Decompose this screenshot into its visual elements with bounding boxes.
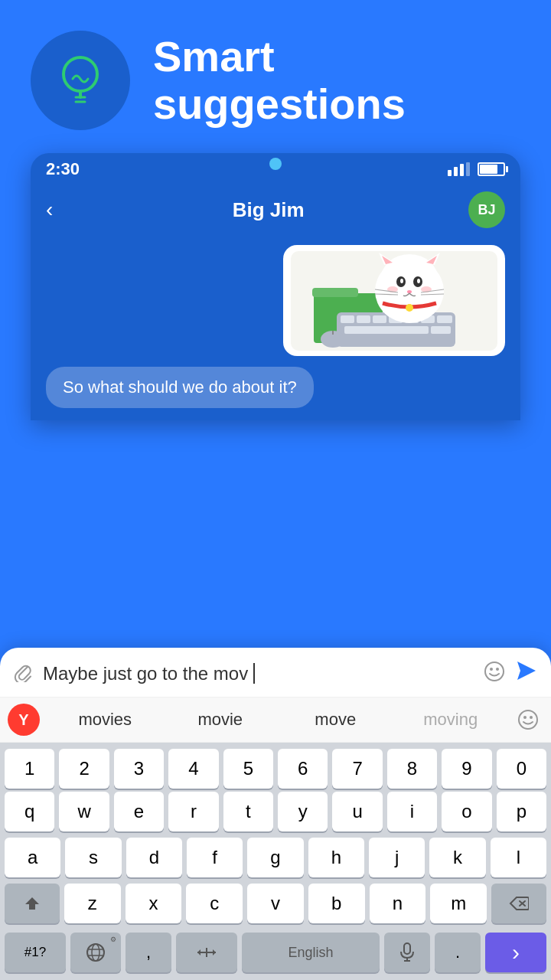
emoji-icon[interactable] [484, 661, 505, 688]
key-rows: q w e r t y u i o p a s d f g h j k l [0, 792, 551, 928]
status-right [448, 162, 505, 176]
key-h[interactable]: h [308, 838, 364, 877]
svg-rect-10 [373, 315, 386, 323]
svg-point-41 [523, 716, 527, 719]
back-button[interactable]: ‹ [46, 198, 53, 222]
key-1[interactable]: 1 [5, 749, 54, 789]
chat-contact-name: Big Jim [68, 198, 468, 222]
suggestions-row: Y movies movie move moving [0, 697, 551, 743]
chat-content: So what should we do about it? [31, 237, 520, 420]
suggestion-movies[interactable]: movies [47, 707, 163, 733]
svg-marker-39 [517, 662, 536, 680]
key-0[interactable]: 0 [497, 749, 546, 789]
key-z[interactable]: z [64, 884, 121, 923]
header-section: Smartsuggestions [0, 0, 551, 145]
key-6[interactable]: 6 [278, 749, 328, 789]
key-r[interactable]: r [168, 792, 218, 831]
status-dot [269, 158, 282, 170]
key-x[interactable]: x [126, 884, 182, 923]
svg-marker-50 [197, 949, 201, 956]
key-c[interactable]: c [186, 884, 243, 923]
key-e[interactable]: e [114, 792, 164, 831]
key-j[interactable]: j [369, 838, 425, 877]
svg-point-26 [400, 279, 403, 283]
suggestion-emoji-icon[interactable] [513, 704, 543, 735]
comma-key[interactable]: , [126, 933, 171, 972]
suggestion-moving[interactable]: moving [393, 707, 509, 733]
text-input[interactable]: Maybe just go to the mov [43, 663, 474, 684]
period-key[interactable]: . [435, 933, 481, 972]
svg-point-35 [406, 304, 413, 312]
move-key[interactable] [176, 933, 237, 972]
key-2[interactable]: 2 [59, 749, 109, 789]
globe-key[interactable]: ⚙ [70, 933, 121, 972]
input-row: Maybe just go to the mov [0, 648, 551, 697]
svg-rect-14 [437, 315, 452, 323]
header-title: Smartsuggestions [153, 33, 406, 127]
key-i[interactable]: i [387, 792, 437, 831]
svg-point-45 [87, 944, 104, 961]
svg-marker-51 [213, 949, 216, 956]
key-v[interactable]: v [247, 884, 304, 923]
shift-key[interactable] [5, 884, 60, 923]
globe-icon [86, 942, 106, 962]
key-w[interactable]: w [59, 792, 109, 831]
key-d[interactable]: d [126, 838, 182, 877]
suggestion-move[interactable]: move [278, 707, 393, 733]
status-bar: 2:30 [31, 153, 520, 185]
send-button[interactable] [514, 658, 539, 689]
key-row-3: z x c v b n m [5, 884, 546, 923]
status-time: 2:30 [46, 159, 80, 179]
svg-rect-53 [404, 943, 410, 954]
move-icon [196, 945, 217, 960]
backspace-key[interactable] [491, 884, 546, 923]
svg-point-30 [407, 290, 412, 293]
key-5[interactable]: 5 [223, 749, 273, 789]
key-y[interactable]: y [278, 792, 328, 831]
key-7[interactable]: 7 [332, 749, 382, 789]
key-p[interactable]: p [497, 792, 546, 831]
key-row-2: a s d f g h j k l [5, 838, 546, 877]
svg-rect-6 [312, 288, 358, 297]
bulb-icon-container [31, 31, 130, 130]
key-9[interactable]: 9 [442, 749, 491, 789]
key-s[interactable]: s [65, 838, 121, 877]
phone-mockup: 2:30 ‹ Big Jim BJ [31, 153, 520, 420]
svg-point-27 [417, 279, 420, 283]
num-sym-key[interactable]: #1? [5, 933, 66, 972]
key-t[interactable]: t [223, 792, 273, 831]
svg-rect-15 [344, 326, 429, 334]
svg-point-38 [496, 668, 499, 671]
svg-rect-9 [357, 315, 370, 323]
attach-icon[interactable] [12, 661, 34, 688]
svg-point-40 [519, 710, 537, 729]
next-key[interactable]: › [485, 933, 546, 972]
yandex-logo: Y [8, 704, 40, 736]
key-g[interactable]: g [247, 838, 303, 877]
key-n[interactable]: n [370, 884, 426, 923]
incoming-message: So what should we do about it? [46, 367, 314, 408]
spacebar[interactable]: English [242, 933, 380, 972]
svg-rect-16 [431, 326, 451, 334]
bulb-icon [50, 50, 111, 111]
key-4[interactable]: 4 [168, 749, 218, 789]
key-b[interactable]: b [308, 884, 365, 923]
key-l[interactable]: l [491, 838, 546, 877]
key-m[interactable]: m [430, 884, 487, 923]
key-a[interactable]: a [5, 838, 60, 877]
key-q[interactable]: q [5, 792, 54, 831]
key-u[interactable]: u [332, 792, 382, 831]
cat-sticker [291, 251, 497, 351]
key-3[interactable]: 3 [114, 749, 164, 789]
number-row: 1 2 3 4 5 6 7 8 9 0 [0, 743, 551, 792]
key-k[interactable]: k [429, 838, 485, 877]
key-row-1: q w e r t y u i o p [5, 792, 546, 831]
suggestion-movie[interactable]: movie [163, 707, 279, 733]
key-f[interactable]: f [187, 838, 243, 877]
svg-rect-8 [341, 315, 354, 323]
svg-point-0 [64, 57, 97, 91]
mic-key[interactable] [384, 933, 430, 972]
key-8[interactable]: 8 [387, 749, 437, 789]
key-o[interactable]: o [442, 792, 491, 831]
chat-header: ‹ Big Jim BJ [31, 185, 520, 237]
